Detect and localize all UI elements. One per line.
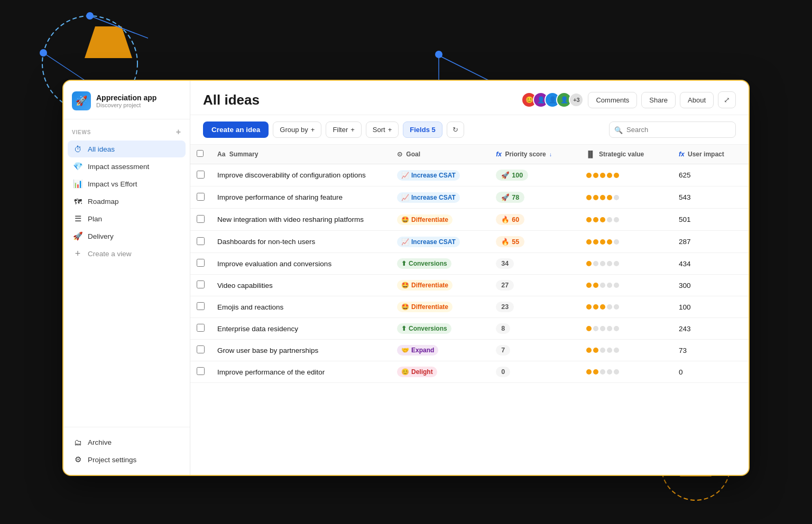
row-summary-cell: Improve performance of the editor	[211, 361, 391, 383]
sidebar-item-label: Archive	[88, 438, 112, 446]
row-checkbox[interactable]	[197, 280, 205, 288]
dot-filled	[600, 173, 605, 178]
table-row[interactable]: Grow user base by partnerships 🤝 Expand …	[190, 340, 749, 361]
row-goal-cell: 😊 Delight	[391, 361, 490, 383]
priority-score-badge: 0	[496, 367, 510, 377]
table-row[interactable]: Enterprise data residency ⬆ Conversions …	[190, 318, 749, 340]
row-checkbox[interactable]	[197, 259, 205, 267]
score-emoji: 🚀	[501, 193, 510, 201]
table-row[interactable]: Video capabilities 🤩 Differentiate 27 30…	[190, 275, 749, 296]
dot-empty	[607, 326, 612, 331]
create-idea-button[interactable]: Create an idea	[203, 121, 269, 138]
goal-emoji: 🤩	[401, 282, 409, 289]
th-strategic[interactable]: ▐▌ Strategic value	[580, 145, 672, 164]
sidebar-item-impact-effort[interactable]: 📊 Impact vs Effort	[68, 175, 186, 192]
th-impact-label: User impact	[688, 151, 724, 158]
strategic-dots	[586, 195, 666, 200]
goal-badge: 🤩 Differentiate	[397, 214, 453, 225]
dot-filled	[586, 304, 592, 310]
fields-button[interactable]: Fields 5	[403, 121, 442, 138]
priority-score-badge: 🔥 55	[496, 236, 524, 247]
row-checkbox[interactable]	[197, 345, 205, 353]
row-priority-cell: 27	[490, 275, 579, 296]
comments-button[interactable]: Comments	[588, 92, 637, 108]
row-summary-cell: New integration with video resharing pla…	[211, 209, 391, 231]
plan-icon: ☰	[73, 214, 82, 223]
impact-effort-icon: 📊	[73, 179, 82, 189]
row-checkbox[interactable]	[197, 367, 205, 375]
search-input[interactable]	[609, 121, 736, 138]
strategic-dots	[586, 304, 666, 310]
sidebar-item-impact-assessment[interactable]: 💎 Impact assessment	[68, 158, 186, 175]
score-emoji: 🚀	[501, 171, 510, 179]
table-row[interactable]: Improve discoverability of configuration…	[190, 164, 749, 186]
sidebar-item-all-ideas[interactable]: ⏱ All ideas	[68, 141, 186, 157]
row-check-cell	[190, 318, 211, 340]
row-checkbox[interactable]	[197, 302, 205, 310]
select-all-checkbox[interactable]	[197, 150, 204, 157]
create-view-icon: +	[73, 249, 82, 258]
table-row[interactable]: Improve performance of the editor 😊 Deli…	[190, 361, 749, 383]
dot-empty	[614, 326, 619, 331]
th-summary[interactable]: Aa Summary	[211, 145, 391, 164]
row-checkbox[interactable]	[197, 193, 205, 201]
header-right: 😊 👤 👤 👤 +3 Comments Share About ⤢	[521, 91, 736, 108]
th-priority[interactable]: fx Priority score ↓	[490, 145, 579, 164]
svg-point-2	[86, 12, 94, 20]
sidebar-item-label: Roadmap	[88, 198, 119, 205]
sidebar-item-delivery[interactable]: 🚀 Delivery	[68, 228, 186, 245]
row-summary-text: Dashboards for non-tech users	[217, 238, 315, 246]
row-goal-cell: 🤩 Differentiate	[391, 275, 490, 296]
group-by-button[interactable]: Group by +	[273, 121, 321, 138]
search-box: 🔍	[609, 121, 736, 138]
goal-badge: 📈 Increase CSAT	[397, 170, 460, 181]
sidebar-item-project-settings[interactable]: ⚙ Project settings	[68, 451, 186, 468]
table-row[interactable]: Dashboards for non-tech users 📈 Increase…	[190, 231, 749, 253]
row-strategic-cell	[580, 164, 672, 186]
add-view-btn[interactable]: +	[176, 128, 181, 136]
row-priority-cell: 7	[490, 340, 579, 361]
strategic-dots	[586, 217, 666, 222]
dot-filled	[586, 283, 592, 288]
row-checkbox[interactable]	[197, 324, 205, 332]
table-row[interactable]: Improve performance of sharing feature 📈…	[190, 186, 749, 209]
row-impact-value: 543	[679, 193, 691, 201]
sidebar-item-plan[interactable]: ☰ Plan	[68, 210, 186, 227]
row-impact-value: 243	[679, 325, 691, 333]
sidebar-item-create-view[interactable]: + Create a view	[68, 245, 186, 262]
row-checkbox[interactable]	[197, 171, 205, 179]
share-button[interactable]: Share	[641, 92, 676, 108]
sidebar-item-archive[interactable]: 🗂 Archive	[68, 434, 186, 451]
sort-button[interactable]: Sort +	[366, 121, 399, 138]
row-checkbox[interactable]	[197, 237, 205, 245]
ideas-table-container[interactable]: Aa Summary ⊙ Goal fx Priority score ↓	[190, 145, 749, 475]
dot-filled	[593, 348, 598, 353]
row-impact-cell: 287	[672, 231, 749, 253]
goal-emoji: 🤩	[401, 216, 409, 223]
row-summary-text: Improve performance of the editor	[217, 368, 325, 376]
goal-icon: ⊙	[397, 151, 402, 158]
search-icon: 🔍	[614, 126, 623, 134]
filter-button[interactable]: Filter +	[326, 121, 361, 138]
dot-empty	[607, 369, 612, 375]
priority-score-badge: 8	[496, 323, 510, 334]
goal-badge: ⬆ Conversions	[397, 258, 451, 269]
th-impact[interactable]: fx User impact	[672, 145, 749, 164]
table-row[interactable]: Improve evaluation and conversions ⬆ Con…	[190, 253, 749, 275]
priority-sort-icon: ↓	[549, 152, 552, 157]
th-goal[interactable]: ⊙ Goal	[391, 145, 490, 164]
dot-filled	[593, 173, 598, 178]
svg-marker-0	[85, 26, 132, 58]
row-impact-value: 434	[679, 260, 691, 268]
sidebar-item-roadmap[interactable]: 🗺 Roadmap	[68, 193, 186, 210]
about-button[interactable]: About	[680, 92, 714, 108]
row-strategic-cell	[580, 231, 672, 253]
table-row[interactable]: Emojis and reactions 🤩 Differentiate 23 …	[190, 296, 749, 318]
row-summary-text: Improve discoverability of configuration…	[217, 171, 366, 179]
table-row[interactable]: New integration with video resharing pla…	[190, 209, 749, 231]
row-checkbox[interactable]	[197, 215, 205, 223]
main-content: All ideas 😊 👤 👤 👤 +3 Comments Share Abou…	[190, 81, 749, 475]
dot-empty	[600, 326, 605, 331]
expand-button[interactable]: ⤢	[718, 91, 736, 108]
refresh-button[interactable]: ↻	[447, 121, 464, 138]
